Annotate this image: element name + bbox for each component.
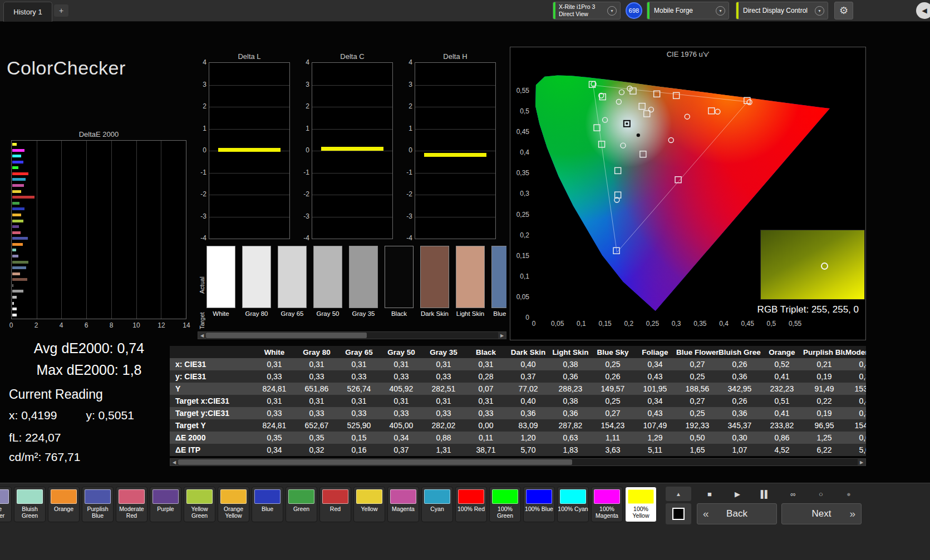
table-scrollbar[interactable]: ◀ ▶ xyxy=(170,458,866,466)
measurement-table: WhiteGray 80Gray 65Gray 50Gray 35BlackDa… xyxy=(170,346,866,457)
patch-button-magenta[interactable]: Magenta xyxy=(387,487,419,522)
delta-value-bar xyxy=(321,147,383,151)
table-cell: 0,37 xyxy=(507,372,549,381)
chevron-down-icon: ▾ xyxy=(815,6,824,16)
patch-button-cyan[interactable]: Cyan xyxy=(421,487,453,522)
record-button[interactable]: ● xyxy=(836,487,860,501)
settings-gear-button[interactable]: ⚙ xyxy=(834,2,853,19)
table-cell: 0,28 xyxy=(465,372,507,381)
swatch-label: White xyxy=(206,310,235,317)
patch-color-icon xyxy=(492,489,518,504)
table-cell: 1,20 xyxy=(507,433,549,442)
axis-tick-label: 3 xyxy=(196,81,206,88)
source-dropdown[interactable]: Mobile Forge ▾ xyxy=(647,2,729,19)
single-icon: ○ xyxy=(819,490,822,498)
axis-tick-label: -3 xyxy=(196,212,206,220)
table-header-row: WhiteGray 80Gray 65Gray 50Gray 35BlackDa… xyxy=(170,346,866,358)
scroll-right-icon[interactable]: ▶ xyxy=(858,459,865,465)
gridline xyxy=(415,129,495,130)
table-cell: 0,86 xyxy=(761,433,803,442)
next-label: Next xyxy=(799,508,844,519)
table-cell: 0,31 xyxy=(845,372,866,381)
patch-button-100-yellow[interactable]: 100% Yellow xyxy=(625,487,657,522)
patch-button-orange-yellow[interactable]: Orange Yellow xyxy=(218,487,249,522)
play-button[interactable]: ▶ xyxy=(725,487,749,501)
new-tab-button[interactable]: + xyxy=(54,4,68,17)
column-header: Blue Flower xyxy=(676,348,719,356)
expand-patch-list-button[interactable]: ▲ xyxy=(666,487,691,501)
patch-button-blue-flower[interactable]: Blue Flower xyxy=(0,487,12,522)
patch-button-blue[interactable]: Blue xyxy=(252,487,283,522)
continuous-button[interactable]: ∞ xyxy=(780,487,805,501)
scroll-right-icon[interactable]: ▶ xyxy=(498,332,506,339)
collapse-panel-button[interactable]: ◀ xyxy=(916,2,930,19)
column-header: Blue Sky xyxy=(592,348,634,356)
patch-button-100-green[interactable]: 100% Green xyxy=(489,487,521,522)
gridline xyxy=(415,195,495,195)
scroll-left-icon[interactable]: ◀ xyxy=(170,459,178,465)
page-title: ColorChecker xyxy=(7,57,126,79)
patch-button-label: Yellow Green xyxy=(184,506,215,519)
table-row: Target x:CIE310,310,310,310,310,310,310,… xyxy=(170,395,866,407)
next-button[interactable]: « Next » xyxy=(781,503,862,524)
pause-icon: ▌▌ xyxy=(761,490,769,498)
patch-button-moderate-red[interactable]: Moderate Red xyxy=(116,487,147,522)
pattern-window-button[interactable] xyxy=(666,503,691,524)
patch-button-label: 100% Blue xyxy=(525,506,553,512)
patch-button-purple[interactable]: Purple xyxy=(150,487,181,522)
axis-tick-label: 0,3 xyxy=(672,320,681,328)
axis-tick-label: 0,5 xyxy=(767,320,776,328)
column-header: Purplish Blue xyxy=(803,348,845,356)
single-button[interactable]: ○ xyxy=(808,487,833,501)
delta-value-bar xyxy=(218,148,281,152)
axis-tick-label: 0 xyxy=(9,321,13,329)
tab-history-1[interactable]: History 1 xyxy=(3,2,52,22)
pause-button[interactable]: ▌▌ xyxy=(752,487,777,501)
scrollbar-track[interactable] xyxy=(178,459,858,465)
measurement-count-badge[interactable]: 698 xyxy=(626,2,642,19)
patch-button-bluish-green[interactable]: Bluish Green xyxy=(14,487,46,522)
axis-tick-label: 0,55 xyxy=(789,320,801,328)
scrollbar-track[interactable] xyxy=(206,332,498,339)
swatch-color-chip xyxy=(385,246,414,308)
patch-button-yellow-green[interactable]: Yellow Green xyxy=(184,487,215,522)
patch-button-red[interactable]: Red xyxy=(319,487,351,522)
max-de2000-stat: Max dE2000: 1,8 xyxy=(6,362,173,378)
cie-x-axis: 00,050,10,150,20,250,30,350,40,450,50,55 xyxy=(534,320,843,328)
table-cell: 232,23 xyxy=(761,384,803,393)
swatch-label: Gray 35 xyxy=(349,310,378,317)
patch-button-purplish-blue[interactable]: Purplish Blue xyxy=(82,487,114,522)
patch-button-label: 100% Yellow xyxy=(626,506,656,519)
back-button[interactable]: « Back » xyxy=(697,503,777,524)
patch-button-yellow[interactable]: Yellow xyxy=(353,487,385,522)
gridline xyxy=(415,217,495,217)
patch-button-100-blue[interactable]: 100% Blue xyxy=(523,487,555,522)
meter-dropdown[interactable]: X-Rite i1Pro 3 Direct View ▾ xyxy=(553,2,621,19)
axis-tick-label: 4 xyxy=(196,58,206,66)
gridline xyxy=(312,217,392,217)
table-cell: 1,29 xyxy=(634,433,676,442)
scrollbar-thumb[interactable] xyxy=(178,459,572,465)
patch-button-100-red[interactable]: 100% Red xyxy=(455,487,487,522)
delta-chart-title: Delta L xyxy=(209,52,290,61)
axis-tick-label: 0 xyxy=(196,146,206,154)
deltae-bar-dark-skin xyxy=(12,278,27,281)
gridline xyxy=(415,151,495,151)
stop-button[interactable]: ■ xyxy=(697,487,721,501)
table-cell: 525,90 xyxy=(338,421,380,430)
display-control-dropdown[interactable]: Direct Display Control ▾ xyxy=(736,2,828,19)
patch-button-orange[interactable]: Orange xyxy=(48,487,80,522)
scrollbar-thumb[interactable] xyxy=(206,333,367,338)
patch-button-100-cyan[interactable]: 100% Cyan xyxy=(557,487,589,522)
swatch-strip-scrollbar[interactable]: ◀ ▶ xyxy=(198,331,506,339)
table-cell: 192,33 xyxy=(676,421,719,430)
axis-tick-label: -1 xyxy=(196,169,206,176)
delta-chart-delta-c: Delta C43210-1-2-3-4 xyxy=(299,62,394,240)
deltae-bar-yellow xyxy=(12,190,21,193)
patch-button-100-magenta[interactable]: 100% Magenta xyxy=(591,487,623,522)
patch-button-green[interactable]: Green xyxy=(286,487,317,522)
reading-x-value: x: 0,4199 xyxy=(9,409,57,422)
reading-cdm2-value: cd/m²: 767,71 xyxy=(9,450,134,464)
scroll-left-icon[interactable]: ◀ xyxy=(198,332,206,339)
patch-color-icon xyxy=(51,489,77,504)
